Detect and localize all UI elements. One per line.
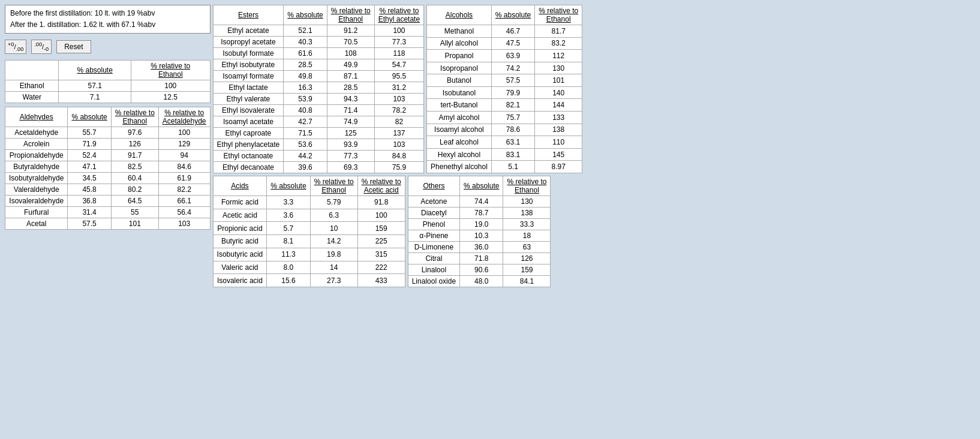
table-row: Ethyl lactate: [213, 82, 284, 94]
table-row: 129: [158, 139, 210, 150]
table-row: Ethyl acetate: [213, 25, 284, 37]
table-row: 138: [503, 208, 551, 219]
est-col-absolute: % absolute: [284, 5, 327, 25]
table-row: 53.6: [284, 139, 327, 151]
table-row: 55: [111, 207, 158, 218]
table-row: 48.0: [460, 276, 503, 287]
table-row: Isoamyl formate: [213, 71, 284, 82]
aldehydes-title: Aldehydes: [5, 107, 68, 127]
table-row: Ethyl isobutyrate: [213, 59, 284, 71]
table-row: 55.7: [68, 127, 111, 139]
table-row: 40.8: [284, 105, 327, 116]
table-row: 74.4: [460, 196, 503, 208]
table-row: 126: [503, 253, 551, 264]
table-row: 78.6: [491, 124, 534, 136]
table-row: Ethyl octanoate: [213, 151, 284, 162]
alcohols-title: Alcohols: [427, 5, 492, 25]
table-row: 112: [535, 50, 582, 62]
table-row: 40.3: [284, 37, 327, 48]
table-row: 8.97: [535, 161, 582, 173]
main-table: % absolute % relative toEthanol Ethanol5…: [5, 60, 211, 103]
table-row: 83.1: [491, 148, 534, 161]
table-row: 12.5: [131, 92, 210, 103]
table-row: Isoamyl acetate: [213, 116, 284, 128]
table-row: 33.3: [503, 219, 551, 230]
table-row: 3.6: [267, 209, 310, 222]
table-row: 16.3: [284, 82, 327, 94]
table-row: 39.6: [284, 162, 327, 173]
table-row: 100: [131, 80, 210, 92]
table-row: 27.3: [310, 274, 357, 287]
table-row: 14.2: [310, 235, 357, 248]
main-col-absolute: % absolute: [59, 61, 131, 80]
table-row: 14: [310, 261, 357, 274]
table-row: 138: [535, 124, 582, 136]
table-row: 79.9: [491, 86, 534, 99]
table-row: 70.5: [327, 37, 374, 48]
decimal-decrease-label: .00/-0: [34, 41, 49, 52]
table-row: 56.4: [158, 207, 210, 218]
info-line1: Before the first distillation: 10 lt. wi…: [10, 8, 205, 19]
table-row: 108: [327, 48, 374, 59]
oth-col-absolute: % absolute: [460, 176, 503, 196]
table-row: 315: [357, 248, 405, 261]
table-row: 82: [374, 116, 423, 128]
table-row: Phenethyl alcohol: [427, 161, 492, 173]
table-row: 83.2: [535, 37, 582, 50]
table-row: 82.2: [158, 184, 210, 196]
table-row: 10: [310, 222, 357, 235]
table-row: 18: [503, 230, 551, 242]
table-row: Acetic acid: [213, 209, 267, 222]
table-row: Ethyl phenylacetate: [213, 139, 284, 151]
table-row: 74.2: [491, 62, 534, 74]
table-row: 140: [535, 86, 582, 99]
table-row: Acetone: [408, 196, 459, 208]
table-row: 78.7: [460, 208, 503, 219]
table-row: 3.3: [267, 196, 310, 209]
table-row: 133: [535, 112, 582, 124]
table-row: Formic acid: [213, 196, 267, 209]
table-row: 159: [503, 264, 551, 276]
decimal-decrease-button[interactable]: .00/-0: [31, 40, 52, 54]
table-row: 19.0: [460, 219, 503, 230]
table-row: 82.1: [491, 99, 534, 112]
reset-button[interactable]: Reset: [56, 40, 91, 53]
table-row: 145: [535, 148, 582, 161]
alcohols-table: Alcohols % absolute % relative toEthanol…: [426, 5, 582, 173]
table-row: 95.5: [374, 71, 423, 82]
table-row: Isobutyraldehyde: [5, 173, 68, 184]
est-col-relative-ethanol: % relative toEthanol: [327, 5, 374, 25]
oth-col-relative-ethanol: % relative toEthanol: [503, 176, 551, 196]
table-row: 126: [111, 139, 158, 150]
table-row: 71.5: [284, 128, 327, 139]
table-row: Valeraldehyde: [5, 184, 68, 196]
table-row: 45.8: [68, 184, 111, 196]
main-container: Before the first distillation: 10 lt. wi…: [5, 5, 975, 287]
table-row: Valeric acid: [213, 261, 267, 274]
table-row: 101: [535, 74, 582, 87]
table-row: 84.1: [503, 276, 551, 287]
decimal-increase-label: +0/.00: [8, 41, 23, 52]
table-row: 110: [535, 136, 582, 149]
table-row: D-Limonene: [408, 242, 459, 253]
main-col-relative: % relative toEthanol: [131, 61, 210, 80]
table-row: 69.3: [327, 162, 374, 173]
table-row: Water: [5, 92, 59, 103]
table-row: 91.2: [327, 25, 374, 37]
table-row: 60.4: [111, 173, 158, 184]
table-row: Allyl alcohol: [427, 37, 492, 50]
table-row: 100: [374, 25, 423, 37]
table-row: 97.6: [111, 127, 158, 139]
table-row: 144: [535, 99, 582, 112]
table-row: 5.1: [491, 161, 534, 173]
table-row: 57.1: [59, 80, 131, 92]
table-row: Butyraldehyde: [5, 161, 68, 173]
table-row: 71.4: [327, 105, 374, 116]
decimal-increase-button[interactable]: +0/.00: [5, 40, 26, 54]
table-row: 63: [503, 242, 551, 253]
table-row: Ethyl caproate: [213, 128, 284, 139]
table-row: Isoamyl alcohol: [427, 124, 492, 136]
table-row: Isovaleraldehyde: [5, 196, 68, 207]
table-row: 103: [374, 139, 423, 151]
table-row: Ethyl valerate: [213, 94, 284, 105]
